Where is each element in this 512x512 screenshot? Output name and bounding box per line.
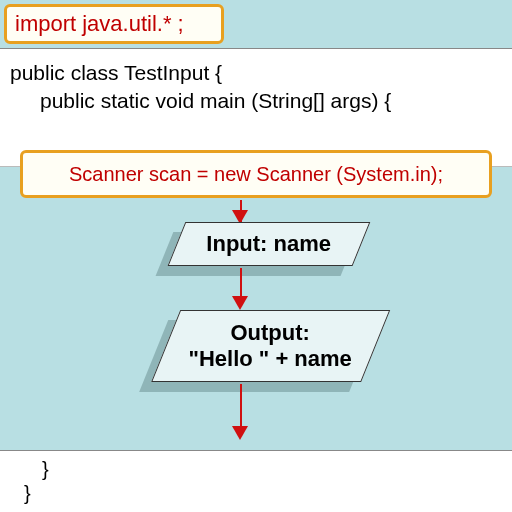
flow-output-shape: Output: "Hello " + name [151,310,390,382]
scanner-highlight-box: Scanner scan = new Scanner (System.in); [20,150,492,198]
flow-output-label: Output: [231,320,310,345]
main-declaration: public static void main (String[] args) … [10,87,502,115]
scanner-statement-text: Scanner scan = new Scanner (System.in); [69,163,443,186]
flow-input-node: Input: name [176,222,361,266]
close-class-brace: } [10,481,502,505]
arrow-head-2-icon [232,426,248,440]
flow-output-node: Output: "Hello " + name [166,310,376,382]
flow-input-var: name [274,231,331,256]
import-highlight-box: import java.util.* ; [4,4,224,44]
close-main-brace: } [10,457,502,481]
flow-output-expr: "Hello " + name [189,346,352,371]
arrow-connector-2 [240,384,242,430]
flow-input-content: Input: name [199,227,340,261]
code-panel-top: public class TestInput { public static v… [0,48,512,167]
flow-input-shape: Input: name [168,222,371,266]
class-declaration: public class TestInput { [10,59,502,87]
flowchart-area: Input: name Output: "Hello " + name [0,200,512,450]
flow-input-label: Input: [207,231,268,256]
import-statement-text: import java.util.* ; [15,11,184,37]
code-panel-bottom: } } [0,450,512,512]
flow-output-content: Output: "Hello " + name [181,316,360,377]
arrow-head-1-icon [232,296,248,310]
